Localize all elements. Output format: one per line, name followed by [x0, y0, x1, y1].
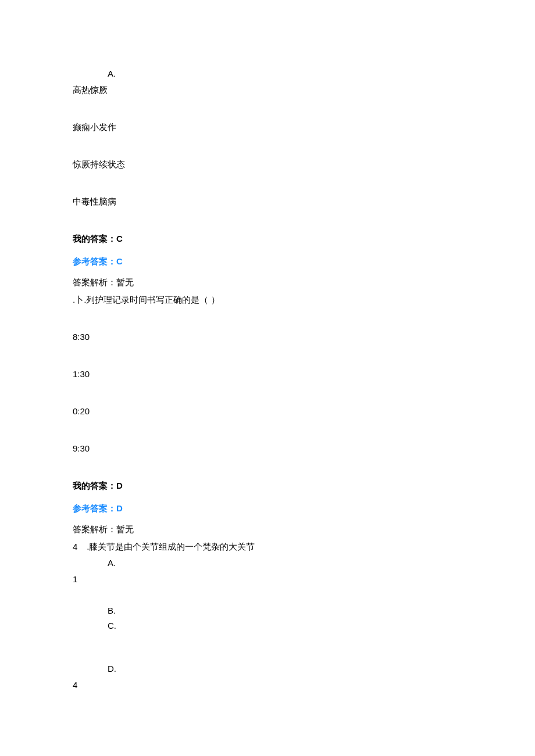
q4-option-a-value: 1: [73, 572, 462, 586]
q3-option-c: 0:20: [73, 404, 462, 418]
q4-stem-text: .膝关节是由个关节组成的一个梵杂的大关节: [87, 542, 255, 551]
q4-option-letter-b: B.: [108, 604, 462, 618]
q3-explain: 答案解析：暂无: [73, 522, 462, 536]
q2-option-a-text: 高热惊厥: [73, 83, 462, 97]
q2-option-d-text: 中毒性脑病: [73, 195, 462, 209]
q2-my-answer: 我的答案：C: [73, 232, 462, 246]
my-answer-label: 我的答案：: [73, 481, 116, 490]
q3-option-a: 8:30: [73, 330, 462, 344]
q4-number: 4: [73, 540, 84, 554]
q4-stem-line: 4 .膝关节是由个关节组成的一个梵杂的大关节: [73, 540, 462, 554]
document-page: A. 高热惊厥 癫痫小发作 惊厥持续状态 中毒性脑病 我的答案：C 参考答案：C…: [0, 0, 535, 727]
q2-explain: 答案解析：暂无: [73, 275, 462, 289]
q2-ref-answer: 参考答案：C: [73, 255, 462, 268]
q3-my-answer: 我的答案：D: [73, 479, 462, 493]
q4-option-letter-a: A.: [108, 556, 462, 570]
q3-option-b: 1:30: [73, 367, 462, 381]
my-answer-label: 我的答案：: [73, 234, 116, 243]
q2-option-b-text: 癫痫小发作: [73, 120, 462, 134]
q4-option-d-value: 4: [73, 678, 462, 692]
q4-option-letter-c: C.: [108, 619, 462, 633]
ref-answer-label: 参考答案：: [73, 503, 116, 513]
ref-answer-letter: C: [116, 256, 123, 266]
q3-stem: .卜.列护理记录时间书写正确的是（ ）: [73, 293, 462, 307]
q3-option-d: 9:30: [73, 442, 462, 456]
ref-answer-label: 参考答案：: [73, 256, 116, 266]
my-answer-letter: C: [116, 234, 123, 243]
q2-option-c-text: 惊厥持续状态: [73, 157, 462, 171]
ref-answer-letter: D: [116, 503, 123, 513]
q3-ref-answer: 参考答案：D: [73, 501, 462, 515]
option-letter-a: A.: [108, 67, 462, 81]
my-answer-letter: D: [116, 481, 123, 490]
q4-option-letter-d: D.: [108, 662, 462, 676]
